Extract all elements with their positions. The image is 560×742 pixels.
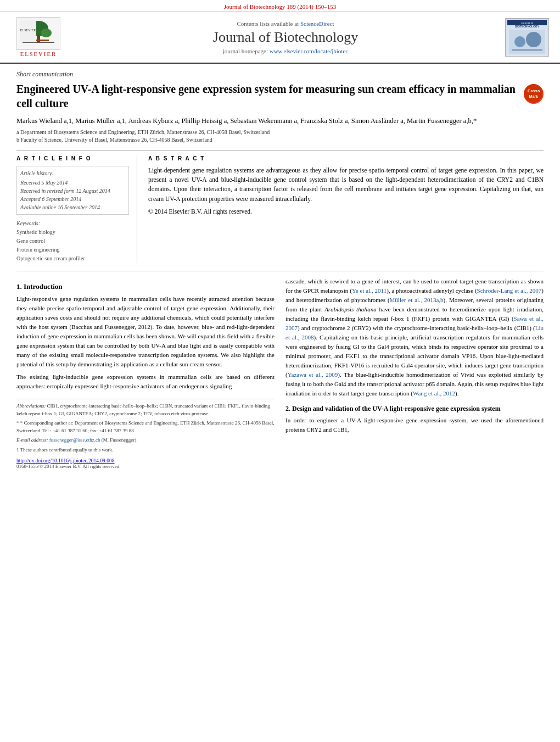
corr-label: * * Corresponding author at: (16, 420, 73, 426)
wang-ref[interactable]: Wang et al., 2012 (413, 390, 455, 397)
keyword-4: Optogenetic sun cream profiler (16, 254, 129, 263)
article-info-header: A R T I C L E I N F O (16, 155, 129, 161)
equal-contrib-fn: 1 These authors contributed equally to t… (16, 447, 275, 454)
affiliation-a: a Department of Biosystems Science and E… (16, 129, 544, 136)
intro-p2: The existing light-inducible gene expres… (16, 372, 275, 391)
keyword-3: Protein engineering (16, 246, 129, 254)
homepage-link[interactable]: www.elsevier.com/locate/jbiotec (270, 48, 348, 54)
authors: Markus Wieland a,1, Marius Müller a,1, A… (16, 116, 544, 126)
abstract-text: Light-dependent gene regulation systems … (148, 166, 544, 216)
svg-rect-6 (23, 42, 54, 43)
body-left-col: 1. Introduction Light-responsive gene re… (16, 277, 275, 469)
svg-point-12 (514, 36, 525, 47)
svg-point-13 (526, 32, 541, 47)
article-title: Engineered UV-A light-responsive gene ex… (16, 82, 518, 110)
journal-header: ELSEVIER Contents lists available at Sci… (0, 12, 560, 64)
history-title: Article history: (20, 169, 125, 177)
footnotes-section: Abbreviations: CIB1, cryptochrome-intera… (16, 399, 275, 454)
journal-cover: Journal of BIOTECHNOLOGY (505, 18, 549, 57)
keywords-list: Synthetic biology Gene control Protein e… (16, 228, 129, 263)
intro-title: 1. Introduction (16, 282, 275, 291)
available-date: Available online 16 September 2014 (20, 203, 125, 211)
doi-section: http://dx.doi.org/10.1016/j.jbiotec.2014… (16, 458, 275, 464)
based-word: based (226, 373, 240, 380)
article-history: Article history: Received 5 May 2014 Rec… (16, 166, 129, 215)
body-section: 1. Introduction Light-responsive gene re… (16, 277, 544, 469)
right-p1: cascade, which is rewired to a gene of i… (285, 277, 544, 399)
svg-text:Cross: Cross (528, 88, 540, 93)
article-type: Short communication (16, 70, 544, 79)
abstract-body: Light-dependent gene regulation systems … (148, 167, 544, 202)
top-bar: Journal of Biotechnology 189 (2014) 150–… (0, 0, 560, 12)
abbreviations-fn: Abbreviations: CIB1, cryptochrome-intera… (16, 403, 275, 417)
svg-point-3 (41, 29, 52, 37)
main-content: Short communication Engineered UV-A ligh… (0, 64, 560, 476)
doi-link[interactable]: http://dx.doi.org/10.1016/j.jbiotec.2014… (16, 458, 114, 464)
svg-rect-14 (512, 49, 542, 51)
abstract-header: A B S T R A C T (148, 155, 544, 161)
crossmark-inner: Cross Mark (524, 84, 544, 104)
svg-point-15 (525, 85, 542, 103)
journal-title-center: Contents lists available at ScienceDirec… (66, 20, 505, 54)
keyword-2: Gene control (16, 237, 129, 246)
abstract-col: A B S T R A C T Light-dependent gene reg… (148, 155, 544, 263)
info-abstract-section: A R T I C L E I N F O Article history: R… (16, 155, 544, 263)
section2-p1: In order to engineer a UV-A light-respon… (285, 416, 544, 434)
svg-text:Mark: Mark (529, 94, 538, 98)
issn-section: 0168-1656/© 2014 Elsevier B.V. All right… (16, 464, 275, 469)
svg-text:BIOTECHNOLOGY: BIOTECHNOLOGY (515, 25, 540, 28)
svg-rect-5 (28, 40, 49, 41)
affiliations: a Department of Biosystems Science and E… (16, 129, 544, 144)
revised-date: Received in revised form 12 August 2014 (20, 187, 125, 195)
svg-point-2 (25, 29, 36, 37)
liu-ref[interactable]: Liu et al., 2008 (285, 325, 544, 341)
body-right-col: cascade, which is rewired to a gene of i… (285, 277, 544, 469)
yazawa-ref[interactable]: Yazawa et al., 2009 (288, 371, 338, 378)
affiliation-b: b Faculty of Science, University of Base… (16, 136, 544, 144)
corresponding-fn: * * Corresponding author at: Department … (16, 420, 275, 434)
ye2011-ref[interactable]: Ye et al., 2011 (352, 287, 387, 294)
copyright-notice: © 2014 Elsevier B.V. All rights reserved… (148, 207, 544, 216)
journal-title: Journal of Biotechnology (66, 29, 505, 46)
schroder-ref[interactable]: Schröder-Lang et al., 2007 (477, 287, 542, 294)
elsevier-logo: ELSEVIER (11, 17, 66, 57)
sciencedirect-link[interactable]: ScienceDirect (300, 20, 334, 27)
abbrev-label: Abbreviations: (16, 403, 46, 409)
homepage-line: journal homepage: www.elsevier.com/locat… (66, 48, 505, 54)
email-fn: E-mail address: fussenegger@isse.ethz.ch… (16, 437, 275, 444)
article-title-section: Engineered UV-A light-responsive gene ex… (16, 82, 544, 110)
contents-label: Contents lists available at ScienceDirec… (66, 20, 505, 27)
article-info-col: A R T I C L E I N F O Article history: R… (16, 155, 137, 263)
keyword-1: Synthetic biology (16, 228, 129, 237)
elsevier-name: ELSEVIER (20, 51, 57, 57)
elsevier-logo-image (16, 17, 60, 50)
email-link[interactable]: fussenegger@isse.ethz.ch (49, 437, 100, 443)
intro-p1: Light-responsive gene regulation systems… (16, 294, 275, 369)
email-label: E-mail address: (16, 437, 48, 443)
keywords-section: Keywords: Synthetic biology Gene control… (16, 220, 129, 263)
divider-1 (16, 150, 544, 151)
muller-ref[interactable]: Müller et al., 2013a,b (390, 297, 444, 303)
abbrev-text: CIB1, cryptochrome-interacting basic-hel… (16, 403, 270, 416)
section2-title: 2. Design and validation of the UV-A lig… (285, 405, 544, 413)
email-person: (M. Fussenegger). (102, 437, 138, 443)
crossmark-badge: Cross Mark (524, 84, 544, 104)
sawa-ref[interactable]: Sawa et al., 2007 (285, 315, 544, 331)
keywords-title: Keywords: (16, 220, 129, 226)
accepted-date: Accepted 6 September 2014 (20, 195, 125, 203)
divider-2 (16, 271, 544, 271)
citation-text: Journal of Biotechnology 189 (2014) 150–… (224, 3, 336, 10)
received-date: Received 5 May 2014 (20, 178, 125, 187)
